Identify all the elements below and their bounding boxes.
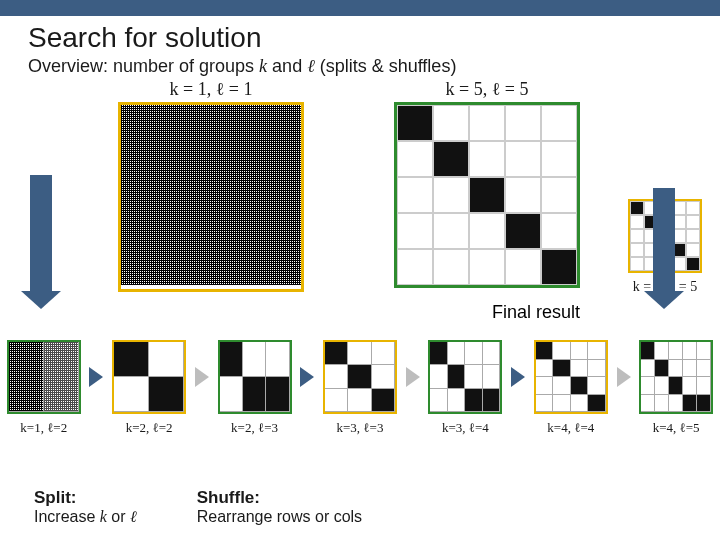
- legend: Split: Increase k or ℓ Shuffle: Rearrang…: [34, 488, 362, 526]
- legend-split: Split: Increase k or ℓ: [34, 488, 137, 526]
- matrix-step: [218, 340, 292, 414]
- step-k4l4: [531, 340, 610, 414]
- matrix-step: [639, 340, 713, 414]
- legend-split-heading: Split:: [34, 488, 137, 508]
- arrow-down-right: [653, 188, 675, 295]
- arrow-split: [511, 367, 525, 387]
- matrix-step: [112, 340, 186, 414]
- arrow-shuffle: [406, 367, 420, 387]
- arrow-shuffle: [195, 367, 209, 387]
- step-label: k=4, ℓ=4: [531, 420, 611, 436]
- caption-right: k = 5, ℓ = 5: [394, 79, 580, 100]
- subtitle-text: and: [267, 56, 307, 76]
- arrow-split: [89, 367, 103, 387]
- panel-k1l1: k = 1, ℓ = 1: [118, 79, 304, 309]
- matrix-step: [534, 340, 608, 414]
- slide-title: Search for solution: [28, 22, 692, 54]
- final-result-label: Final result: [492, 302, 580, 323]
- step-k3l4: [426, 340, 505, 414]
- title-bar: [0, 0, 720, 16]
- progression-strip: [4, 340, 716, 414]
- subtitle-k: k: [259, 56, 267, 76]
- matrix-step: [323, 340, 397, 414]
- step-k4l5: [637, 340, 716, 414]
- panel-k5l5: k = 5, ℓ = 5: [394, 79, 580, 309]
- subtitle-text: (splits & shuffles): [315, 56, 457, 76]
- step-k2l2: [109, 340, 188, 414]
- legend-split-text: Increase k or ℓ: [34, 508, 137, 526]
- slide-subtitle: Overview: number of groups k and ℓ (spli…: [28, 56, 692, 77]
- slide-body: Search for solution Overview: number of …: [0, 16, 720, 309]
- step-label: k=1, ℓ=2: [4, 420, 84, 436]
- matrix-block-diagonal: [394, 102, 580, 288]
- top-row: k = 1, ℓ = 1 k = 5, ℓ = 5: [28, 79, 692, 309]
- step-label: k=3, ℓ=4: [426, 420, 506, 436]
- strip-labels: k=1, ℓ=2 k=2, ℓ=2 k=2, ℓ=3 k=3, ℓ=3 k=3,…: [4, 420, 716, 436]
- step-label: k=2, ℓ=2: [109, 420, 189, 436]
- step-label: k=4, ℓ=5: [636, 420, 716, 436]
- matrix-dense: [118, 102, 304, 292]
- step-k2l3: [215, 340, 294, 414]
- arrow-shuffle: [617, 367, 631, 387]
- step-label: k=3, ℓ=3: [320, 420, 400, 436]
- subtitle-l: ℓ: [307, 56, 315, 76]
- caption-left: k = 1, ℓ = 1: [118, 79, 304, 100]
- legend-shuffle-heading: Shuffle:: [197, 488, 362, 508]
- matrix-step: [428, 340, 502, 414]
- subtitle-text: Overview: number of groups: [28, 56, 259, 76]
- arrow-down-left: [30, 175, 52, 295]
- step-k1l2: [4, 340, 83, 414]
- step-k3l3: [320, 340, 399, 414]
- legend-shuffle: Shuffle: Rearrange rows or cols: [197, 488, 362, 526]
- arrow-split: [300, 367, 314, 387]
- legend-shuffle-text: Rearrange rows or cols: [197, 508, 362, 526]
- step-label: k=2, ℓ=3: [215, 420, 295, 436]
- matrix-step: [7, 340, 81, 414]
